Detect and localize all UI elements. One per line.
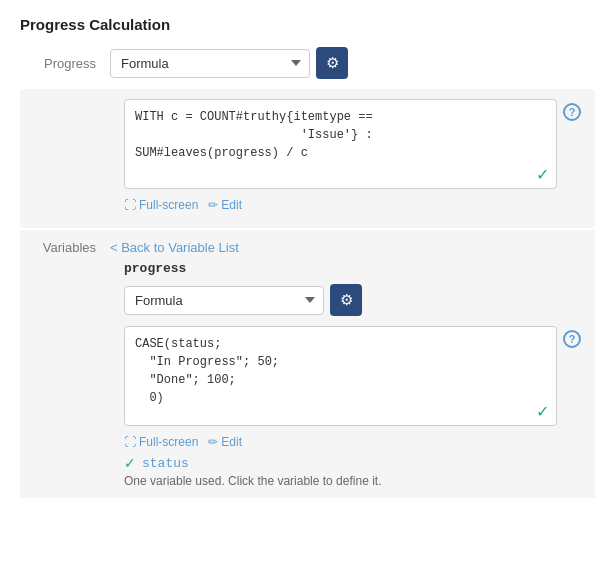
- formula-section-top: <span class="code-line">WITH c = COUNT#t…: [20, 89, 595, 228]
- edit-link-var[interactable]: ✏ Edit: [208, 435, 242, 449]
- formula-area-wrapper: <span class="code-line">WITH c = COUNT#t…: [124, 99, 581, 192]
- fullscreen-link-var[interactable]: ⛶ Full-screen: [124, 435, 198, 449]
- variable-select-wrapper: Formula Manual Auto ⚙: [124, 284, 362, 316]
- page-container: Progress Calculation Progress Formula Ma…: [0, 0, 615, 514]
- status-variable-name[interactable]: status: [142, 456, 189, 471]
- variable-formula-textarea-outer: CASE(status; "In Progress"; 50; "Done"; …: [124, 326, 557, 429]
- edit-link-top[interactable]: ✏ Edit: [208, 198, 242, 212]
- progress-select-wrapper: Formula Manual Auto ⚙: [110, 47, 348, 79]
- formula-help-icon[interactable]: ?: [563, 103, 581, 121]
- edit-icon: ✏: [208, 198, 218, 212]
- fullscreen-icon: ⛶: [124, 198, 136, 212]
- variable-formula-area-wrapper: CASE(status; "In Progress"; 50; "Done"; …: [124, 326, 581, 429]
- edit-icon-var: ✏: [208, 435, 218, 449]
- formula-links-var: ⛶ Full-screen ✏ Edit: [124, 435, 581, 449]
- back-to-variable-list-link[interactable]: < Back to Variable List: [110, 240, 239, 255]
- gear-icon-var: ⚙: [340, 291, 353, 309]
- formula-links-top: ⛶ Full-screen ✏ Edit: [124, 198, 581, 212]
- progress-gear-button[interactable]: ⚙: [316, 47, 348, 79]
- page-title: Progress Calculation: [20, 16, 595, 33]
- formula-textarea-top[interactable]: <span class="code-line">WITH c = COUNT#t…: [124, 99, 557, 189]
- progress-label: Progress: [20, 56, 110, 71]
- variables-used-row: ✓ status: [124, 455, 581, 471]
- variables-label: Variables: [20, 240, 110, 255]
- variables-section: Variables < Back to Variable List progre…: [20, 230, 595, 498]
- status-description: One variable used. Click the variable to…: [124, 474, 581, 488]
- fullscreen-icon-var: ⛶: [124, 435, 136, 449]
- progress-select[interactable]: Formula Manual Auto: [110, 49, 310, 78]
- gear-icon: ⚙: [326, 54, 339, 72]
- variable-select[interactable]: Formula Manual Auto: [124, 286, 324, 315]
- variable-formula-textarea[interactable]: CASE(status; "In Progress"; 50; "Done"; …: [124, 326, 557, 426]
- fullscreen-link-top[interactable]: ⛶ Full-screen: [124, 198, 198, 212]
- status-check-icon: ✓: [124, 455, 136, 471]
- variable-formula-section: CASE(status; "In Progress"; 50; "Done"; …: [20, 326, 581, 449]
- formula-textarea-outer: <span class="code-line">WITH c = COUNT#t…: [124, 99, 557, 192]
- formula-check-icon: ✓: [536, 165, 549, 184]
- variable-check-icon: ✓: [536, 402, 549, 421]
- variables-header-row: Variables < Back to Variable List: [20, 240, 581, 255]
- variable-gear-button[interactable]: ⚙: [330, 284, 362, 316]
- variable-help-icon[interactable]: ?: [563, 330, 581, 348]
- variable-name: progress: [124, 261, 581, 276]
- variable-formula-row: Formula Manual Auto ⚙: [124, 284, 581, 316]
- progress-row: Progress Formula Manual Auto ⚙: [20, 47, 595, 79]
